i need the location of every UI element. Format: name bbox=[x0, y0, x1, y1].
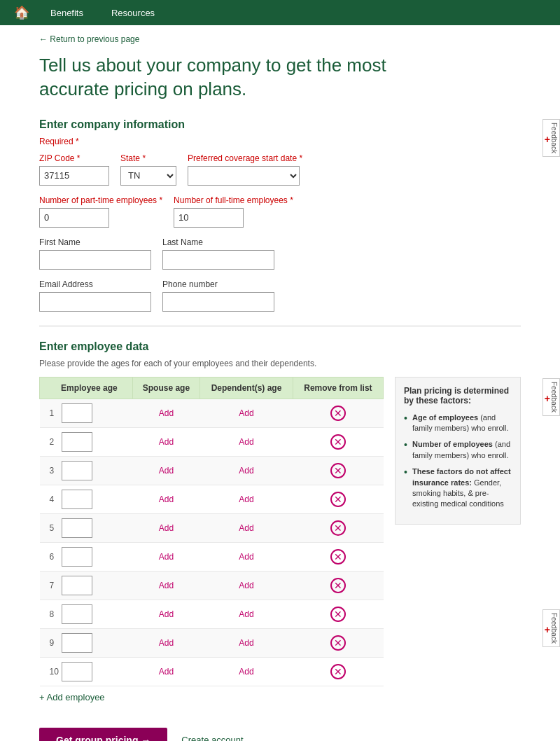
add-dependent-link[interactable]: Add bbox=[239, 552, 253, 562]
remove-cell: ✕ bbox=[293, 456, 383, 485]
get-pricing-button[interactable]: Get group pricing → bbox=[39, 728, 167, 741]
remove-cell: ✕ bbox=[293, 399, 383, 427]
add-spouse-link[interactable]: Add bbox=[159, 638, 174, 648]
spouse-age-cell: Add bbox=[132, 485, 200, 513]
remove-button[interactable]: ✕ bbox=[330, 406, 346, 421]
first-name-input[interactable] bbox=[39, 250, 151, 270]
remove-button[interactable]: ✕ bbox=[330, 434, 346, 450]
table-header: Employee age Spouse age Dependent(s) age… bbox=[40, 377, 384, 399]
back-link[interactable]: Return to previous page bbox=[39, 34, 139, 44]
dependent-age-cell: Add bbox=[200, 456, 293, 485]
employee-age-input[interactable] bbox=[62, 604, 92, 624]
add-spouse-link[interactable]: Add bbox=[159, 494, 174, 504]
add-dependent-link[interactable]: Add bbox=[239, 609, 253, 619]
employee-age-input[interactable] bbox=[62, 490, 92, 509]
remove-button[interactable]: ✕ bbox=[330, 578, 346, 593]
create-account-link[interactable]: Create account bbox=[181, 735, 243, 741]
remove-button[interactable]: ✕ bbox=[330, 492, 346, 507]
employee-age-input[interactable] bbox=[62, 662, 92, 681]
feedback-plus-mid[interactable]: + bbox=[545, 393, 550, 404]
add-spouse-link[interactable]: Add bbox=[159, 408, 174, 418]
table-row: 4 Add Add ✕ bbox=[40, 485, 384, 513]
spouse-age-cell: Add bbox=[132, 571, 200, 600]
add-spouse-link[interactable]: Add bbox=[159, 466, 174, 476]
employee-section: Enter employee data Please provide the a… bbox=[39, 340, 521, 716]
add-spouse-link[interactable]: Add bbox=[159, 552, 174, 562]
feedback-plus-top[interactable]: + bbox=[545, 134, 550, 145]
nav-benefits[interactable]: Benefits bbox=[50, 8, 83, 18]
add-dependent-link[interactable]: Add bbox=[239, 466, 253, 476]
state-group: State * TNALAKAZAR CACOCTDEFL GAHIIDILIN… bbox=[120, 153, 176, 186]
row-number: 8 bbox=[50, 609, 59, 619]
remove-cell: ✕ bbox=[293, 600, 383, 628]
add-spouse-link[interactable]: Add bbox=[159, 523, 174, 533]
coverage-select[interactable]: January 2025February 2025March 2025 bbox=[188, 166, 300, 186]
dependent-age-cell: Add bbox=[200, 485, 293, 513]
employee-age-cell: 5 bbox=[40, 513, 133, 542]
add-dependent-link[interactable]: Add bbox=[239, 523, 253, 533]
remove-button[interactable]: ✕ bbox=[330, 635, 346, 651]
add-dependent-link[interactable]: Add bbox=[239, 667, 253, 677]
table-row: 3 Add Add ✕ bbox=[40, 456, 384, 485]
remove-button[interactable]: ✕ bbox=[330, 607, 346, 622]
last-name-group: Last Name bbox=[162, 237, 274, 270]
add-spouse-link[interactable]: Add bbox=[159, 437, 174, 447]
nav-resources[interactable]: Resources bbox=[111, 8, 155, 18]
remove-button[interactable]: ✕ bbox=[330, 664, 346, 679]
pricing-sidebar: Plan pricing is determined by these fact… bbox=[395, 377, 521, 525]
part-time-label: Number of part-time employees * bbox=[39, 195, 162, 205]
first-name-group: First Name bbox=[39, 237, 151, 270]
table-wrapper: Employee age Spouse age Dependent(s) age… bbox=[39, 377, 521, 686]
employee-age-input[interactable] bbox=[62, 576, 92, 595]
zip-label: ZIP Code * bbox=[39, 153, 109, 163]
employee-age-input[interactable] bbox=[62, 518, 92, 538]
page-title: Tell us about your company to get the mo… bbox=[39, 54, 431, 102]
first-name-label: First Name bbox=[39, 237, 151, 247]
phone-input[interactable] bbox=[162, 292, 274, 312]
row-number: 4 bbox=[50, 494, 59, 504]
row-number: 5 bbox=[50, 523, 59, 533]
remove-button[interactable]: ✕ bbox=[330, 549, 346, 565]
employee-age-input[interactable] bbox=[62, 403, 92, 423]
feedback-plus-bot[interactable]: + bbox=[545, 624, 550, 635]
col-remove: Remove from list bbox=[293, 377, 383, 399]
add-dependent-link[interactable]: Add bbox=[239, 494, 253, 504]
feedback-sidebar-top[interactable]: Feedback + bbox=[542, 119, 560, 157]
pricing-factor-3: These factors do not affect insurance ra… bbox=[404, 466, 512, 510]
dependent-age-cell: Add bbox=[200, 399, 293, 427]
employee-age-input[interactable] bbox=[62, 633, 92, 653]
add-dependent-link[interactable]: Add bbox=[239, 437, 253, 447]
add-dependent-link[interactable]: Add bbox=[239, 638, 253, 648]
row-number: 2 bbox=[50, 437, 59, 447]
home-icon[interactable]: 🏠 bbox=[14, 5, 29, 20]
employee-age-input[interactable] bbox=[62, 547, 92, 567]
feedback-sidebar-mid[interactable]: Feedback + bbox=[542, 378, 560, 416]
add-spouse-link[interactable]: Add bbox=[159, 581, 174, 590]
row-number: 10 bbox=[50, 667, 59, 677]
employee-table: Employee age Spouse age Dependent(s) age… bbox=[39, 377, 384, 686]
employee-age-input[interactable] bbox=[62, 461, 92, 480]
table-row: 5 Add Add ✕ bbox=[40, 513, 384, 542]
feedback-label-mid: Feedback bbox=[550, 382, 558, 413]
add-dependent-link[interactable]: Add bbox=[239, 408, 253, 418]
feedback-sidebar-bot[interactable]: Feedback + bbox=[542, 609, 560, 647]
add-spouse-link[interactable]: Add bbox=[159, 609, 174, 619]
add-employee-link[interactable]: + Add employee bbox=[39, 692, 105, 702]
dependent-age-cell: Add bbox=[200, 657, 293, 686]
coverage-group: Preferred coverage start date * January … bbox=[188, 153, 302, 186]
remove-button[interactable]: ✕ bbox=[330, 463, 346, 478]
part-time-input[interactable] bbox=[39, 208, 109, 228]
state-select[interactable]: TNALAKAZAR CACOCTDEFL GAHIIDILIN IAKSKYL… bbox=[120, 166, 176, 186]
email-input[interactable] bbox=[39, 292, 151, 312]
add-spouse-link[interactable]: Add bbox=[159, 667, 174, 677]
table-row: 9 Add Add ✕ bbox=[40, 628, 384, 657]
add-dependent-link[interactable]: Add bbox=[239, 581, 253, 590]
zip-input[interactable] bbox=[39, 166, 109, 186]
table-row: 6 Add Add ✕ bbox=[40, 542, 384, 571]
spouse-age-cell: Add bbox=[132, 456, 200, 485]
state-label: State * bbox=[120, 153, 176, 163]
full-time-input[interactable] bbox=[174, 208, 244, 228]
last-name-input[interactable] bbox=[162, 250, 274, 270]
employee-age-input[interactable] bbox=[62, 432, 92, 452]
remove-button[interactable]: ✕ bbox=[330, 520, 346, 536]
